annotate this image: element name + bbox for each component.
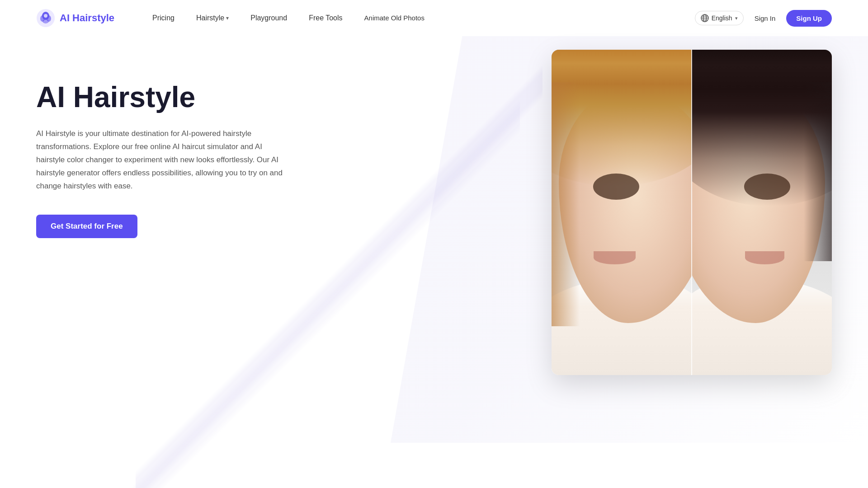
image-left-half [552,50,692,375]
svg-point-4 [42,19,49,23]
animate-photos-label: Animate Old Photos [364,14,425,23]
sign-in-link[interactable]: Sign In [747,11,783,26]
nav-links: Pricing Hairstyle ▾ Playground Free Tool… [142,10,695,26]
left-eye [593,174,639,200]
hero-description: AI Hairstyle is your ultimate destinatio… [36,127,289,192]
logo-icon [36,9,55,28]
hero-image-composite [552,50,832,375]
nav-animate-photos[interactable]: Animate Old Photos [354,10,435,26]
right-eye [744,174,790,200]
logo-text: AI Hairstyle [60,12,114,24]
hero-section: AI Hairstyle AI Hairstyle is your ultima… [0,36,868,443]
nav-right: English ▾ Sign In Sign Up [695,10,832,27]
sign-up-button[interactable]: Sign Up [786,10,832,27]
logo-link[interactable]: AI Hairstyle [36,9,114,28]
image-right-half [692,50,832,375]
nav-playground[interactable]: Playground [240,10,298,26]
left-hair-side [552,82,580,326]
right-hair-side [804,82,832,261]
nav-pricing[interactable]: Pricing [142,10,185,26]
hero-content: AI Hairstyle AI Hairstyle is your ultima… [36,63,289,238]
globe-icon [701,14,709,22]
hairstyle-chevron-icon: ▾ [226,15,229,21]
language-selector[interactable]: English ▾ [695,11,744,25]
cta-button[interactable]: Get Started for Free [36,215,137,238]
language-chevron-icon: ▾ [735,15,738,21]
left-smile [594,251,636,264]
hero-title: AI Hairstyle [36,81,289,113]
image-divider [691,50,692,375]
nav-free-tools[interactable]: Free Tools [298,10,353,26]
hero-image [552,50,832,375]
right-smile [745,251,784,264]
svg-point-5 [44,14,47,18]
free-tools-label: Free Tools [309,14,342,22]
navbar: AI Hairstyle Pricing Hairstyle ▾ Playgro… [0,0,868,36]
language-label: English [712,14,732,22]
nav-hairstyle[interactable]: Hairstyle ▾ [185,10,240,26]
